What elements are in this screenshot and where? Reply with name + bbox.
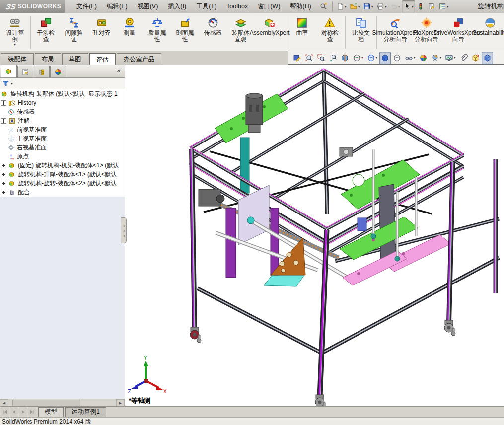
view-settings-icon[interactable]: ▾ (443, 52, 457, 64)
curvature-button[interactable]: 曲率 (288, 14, 316, 51)
dropdown-caret-icon[interactable]: ▾ (385, 4, 387, 9)
configurationmanager-tab[interactable] (34, 66, 50, 77)
display-style-shaded-icon[interactable] (379, 52, 391, 64)
tree-item[interactable]: (固定) 旋转机构-机架-装配体<1> (默认 (0, 161, 125, 170)
edit-appearance-icon[interactable] (418, 52, 429, 64)
menu-item[interactable]: 工具(T) (191, 0, 221, 13)
previous-view-icon[interactable] (327, 52, 339, 64)
tree-filter-bar[interactable]: ▾ (0, 78, 125, 89)
simulationxpress-button[interactable]: SimulationXpress 分析向导 (378, 14, 413, 51)
tree-expand-icon[interactable] (1, 190, 6, 195)
zoom-to-area-icon[interactable] (315, 52, 327, 64)
sustainability-button[interactable]: Sustainability (476, 14, 504, 51)
tab-assembly[interactable]: 装配体 (1, 53, 34, 65)
menu-item[interactable]: 编辑(E) (102, 0, 133, 13)
rebuild-traffic-light-icon[interactable] (415, 0, 426, 12)
dropdown-caret-icon[interactable]: ▾ (398, 4, 400, 9)
assemblyxpert-button[interactable]: AssemblyXpert (255, 14, 285, 51)
dropdown-caret-icon[interactable]: ▾ (361, 56, 363, 60)
save-icon[interactable]: ▾ (361, 0, 375, 12)
propertymanager-tab[interactable] (17, 66, 33, 77)
menu-item[interactable]: Toolbox (221, 1, 253, 12)
tree-item[interactable]: 旋转机构-升降-装配体<1> (默认<默认 (0, 170, 125, 179)
dropdown-caret-icon[interactable]: ▾ (345, 4, 347, 9)
instant3d-icon[interactable] (470, 52, 481, 64)
compare-documents-button[interactable]: 比较文 档 (347, 14, 375, 51)
tree-expand-icon[interactable] (1, 100, 6, 106)
undo-icon[interactable]: ▾ (388, 0, 402, 12)
section-view-icon[interactable] (339, 52, 351, 64)
prev-tab-nav-icon[interactable] (10, 408, 18, 416)
dropdown-caret-icon[interactable]: ▾ (358, 4, 360, 9)
panel-collapse-handle[interactable]: ◂ ◂ ◂ (121, 217, 127, 243)
view-orientation-icon[interactable]: ▾ (365, 52, 379, 64)
hole-alignment-button[interactable]: 孔对齐 (88, 14, 116, 51)
interference-check-button[interactable]: 干涉检 查 (32, 14, 60, 51)
tree-expand-icon[interactable] (1, 181, 6, 186)
dropdown-caret-icon[interactable]: ▾ (440, 56, 442, 60)
search-icon[interactable] (318, 2, 328, 11)
menu-item[interactable]: 视图(V) (133, 0, 163, 13)
file-properties-icon[interactable] (426, 0, 437, 12)
tab-sketch[interactable]: 草图 (62, 53, 88, 65)
options-icon[interactable]: ▾ (437, 0, 450, 12)
scroll-right-arrow-icon[interactable]: ▶ (116, 399, 125, 406)
featuremanager-tab[interactable] (1, 65, 17, 77)
tree-item[interactable]: 配合 (0, 188, 125, 197)
next-tab-nav-icon[interactable] (19, 408, 27, 416)
hide-show-items-icon[interactable]: ▾ (403, 52, 417, 64)
tab-office-products[interactable]: 办公室产品 (117, 53, 162, 65)
dropdown-caret-icon[interactable]: ▾ (371, 4, 373, 9)
dropdown-caret-icon[interactable]: ▾ (454, 56, 456, 60)
measure-button[interactable]: 测量 (116, 14, 144, 51)
select-cursor-icon[interactable]: ▾ (402, 0, 415, 12)
filter-funnel-icon[interactable] (2, 80, 9, 87)
menu-item[interactable]: 窗口(W) (253, 0, 285, 13)
dropdown-caret-icon[interactable]: ▾ (447, 4, 449, 9)
zoom-to-fit-icon[interactable] (303, 52, 315, 64)
tree-expand-icon[interactable] (1, 118, 6, 124)
display-style-wireframe-icon[interactable] (391, 52, 403, 64)
edit-view-icon[interactable] (291, 52, 303, 64)
graphics-viewport[interactable]: Y X Z *等轴测 (125, 65, 504, 406)
panel-overflow-chevron-icon[interactable]: » (117, 67, 121, 74)
first-tab-nav-icon[interactable] (1, 408, 9, 416)
tree-expand-icon[interactable] (1, 163, 6, 168)
driveworksxpress-button[interactable]: DriveWorksXpress 向导 (440, 14, 476, 51)
apply-scene-icon[interactable]: ▾ (430, 52, 443, 64)
sensor-button[interactable]: 传感器 (199, 14, 227, 51)
scroll-left-arrow-icon[interactable]: ◀ (0, 399, 8, 406)
tree-item[interactable]: 旋转机构-旋转-装配体<2> (默认<默认 (0, 179, 125, 188)
tree-item[interactable]: 传感器 (0, 107, 125, 116)
menu-item[interactable]: 文件(F) (72, 0, 102, 13)
symmetry-check-button[interactable]: 对称检 查 (316, 14, 344, 51)
annotation-views-icon[interactable]: ▾ (351, 52, 365, 64)
tree-item[interactable]: 右视基准面 (0, 143, 125, 152)
dropdown-caret-icon[interactable]: ▾ (11, 81, 13, 86)
section-properties-button[interactable]: 剖面属 性 (171, 14, 199, 51)
panel-h-scrollbar[interactable]: ◀ ▶ (0, 399, 125, 406)
last-tab-nav-icon[interactable] (28, 408, 36, 416)
clearance-verify-button[interactable]: 间隙验 证 (60, 14, 88, 51)
tree-item[interactable]: 旋转机构-装配体 (默认<默认_显示状态-1 (0, 89, 125, 98)
menu-item[interactable]: 插入(I) (163, 0, 191, 13)
new-document-icon[interactable]: ▾ (335, 0, 348, 12)
tree-item[interactable]: 原点 (0, 152, 125, 161)
dropdown-caret-icon[interactable]: ▾ (376, 56, 378, 60)
view-cube-icon[interactable] (482, 52, 493, 64)
print-icon[interactable]: ▾ (375, 0, 388, 12)
tree-item[interactable]: History (0, 98, 125, 107)
tree-item[interactable]: 前视基准面 (0, 125, 125, 134)
tab-layout[interactable]: 布局 (35, 53, 61, 65)
tree-item[interactable]: 上视基准面 (0, 134, 125, 143)
open-icon[interactable]: ▾ (348, 0, 361, 12)
dropdown-caret-icon[interactable]: ▾ (414, 56, 416, 60)
mass-properties-button[interactable]: 质量属 性 (144, 14, 171, 51)
model-tab[interactable]: 模型 (38, 407, 64, 417)
tab-evaluate[interactable]: 评估 (89, 53, 116, 66)
tree-expand-icon[interactable] (1, 172, 6, 177)
scroll-thumb[interactable] (12, 400, 80, 406)
design-study-button[interactable]: 设计算 例▾ (1, 14, 29, 51)
dropdown-caret-icon[interactable]: ▾ (412, 4, 414, 9)
motion-study-tab[interactable]: 运动算例1 (65, 407, 106, 417)
